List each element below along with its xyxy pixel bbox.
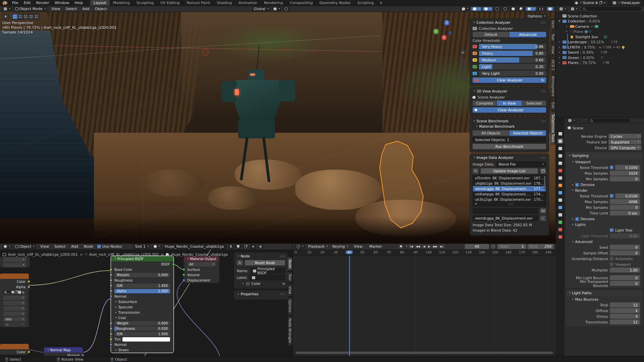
panel-header[interactable]: ▾Node <box>234 252 288 259</box>
properties-tab[interactable] <box>557 183 563 188</box>
multiplier-field[interactable]: 1.00 <box>610 267 640 273</box>
resize-grip-icon[interactable] <box>508 203 514 205</box>
expand-icon[interactable]: ▸ <box>565 25 569 28</box>
glossy-bounces-field[interactable]: 4 <box>610 314 640 319</box>
shading-rendered-button[interactable]: ▾ <box>526 7 536 11</box>
drag-grip-icon[interactable] <box>541 90 546 93</box>
shader-menu[interactable]: Node <box>81 244 96 249</box>
tint-color-swatch[interactable] <box>122 337 170 342</box>
drag-grip-icon[interactable] <box>280 293 285 295</box>
sort-alpha-button[interactable]: Az <box>540 208 546 214</box>
volume-socket[interactable] <box>182 274 185 276</box>
unlink-button[interactable]: × <box>250 244 256 249</box>
properties-tab[interactable] <box>557 205 563 210</box>
image-file-row[interactable]: ullqbb1ga_8K_Displacement.exr 178... <box>473 181 546 186</box>
workspace-tab[interactable]: Animation <box>235 0 261 6</box>
viewport-menu[interactable]: View <box>49 6 63 11</box>
sidebar-tab[interactable]: View <box>551 44 555 56</box>
render-noise-field[interactable]: 0.0100 <box>615 193 640 198</box>
shading-wireframe-button[interactable] <box>502 7 508 11</box>
transmission-bounces-field[interactable]: 12 <box>610 319 640 324</box>
outliner-row[interactable]: ▸ Ocean|0.02% ▽ <box>558 55 644 60</box>
list-filter-input[interactable] <box>473 208 538 214</box>
shading-solid-button[interactable] <box>510 7 517 11</box>
node-header[interactable]: ▾Material Output <box>184 256 219 261</box>
view-analyzer-tab[interactable]: Complete <box>473 101 497 106</box>
properties-tab[interactable] <box>557 153 563 158</box>
workspace-tab[interactable]: Modeling <box>110 0 133 6</box>
render-sampling-header[interactable]: ▾Render <box>566 187 643 193</box>
mode-dropdown[interactable]: Object Mode▾ <box>13 6 48 11</box>
sidebar-tab[interactable]: Options <box>288 297 292 315</box>
select-circle-tool[interactable] <box>18 14 23 19</box>
topbar-menu[interactable]: File <box>9 0 21 5</box>
shader-menu[interactable]: View <box>38 244 52 249</box>
view-menu[interactable]: View <box>351 244 365 249</box>
output-target-dropdown[interactable]: All▾ <box>187 262 216 266</box>
topbar-menu[interactable]: Render <box>34 0 52 5</box>
drag-grip-icon[interactable] <box>541 157 546 159</box>
node-name-field[interactable]: Principled BSDF <box>251 268 285 274</box>
max-bounces-header[interactable]: ▾Max Bounces <box>566 296 643 302</box>
threshold-slider[interactable]: Heavy 0.80 <box>479 51 546 56</box>
options-dropdown[interactable]: Options▾ <box>525 13 548 19</box>
list-scrollbar[interactable] <box>544 176 545 189</box>
sidebar-tab[interactable]: Edit <box>551 100 555 111</box>
node-color-checkbox[interactable] <box>246 282 250 286</box>
properties-tab[interactable] <box>557 220 563 225</box>
view-analyzer-tab[interactable]: Selected <box>522 101 546 106</box>
timeline[interactable]: ▾ Playback▾ Keying▾ View Marker ● ▾ |◀◀◀… <box>292 243 556 356</box>
transport-button[interactable]: ▶ <box>427 245 431 248</box>
shading-material-button[interactable] <box>518 7 525 11</box>
transport-button[interactable]: ◀ <box>422 245 426 248</box>
roughness-socket[interactable] <box>110 279 112 282</box>
transport-button[interactable]: ◀◀ <box>415 245 421 248</box>
panel-header[interactable]: ▾ Image Data Analyzer <box>470 154 549 161</box>
noise-threshold-checkbox[interactable]: ✓ <box>610 166 613 169</box>
select-extend-tool[interactable] <box>34 14 39 19</box>
noise-threshold-checkbox[interactable]: ✓ <box>610 194 613 198</box>
properties-tab[interactable] <box>557 161 563 166</box>
expand-icon[interactable]: ▸ <box>558 56 561 59</box>
new-material-button[interactable] <box>243 245 249 248</box>
info-button[interactable]: i <box>540 216 546 221</box>
normal-socket[interactable] <box>110 295 112 298</box>
sampling-header[interactable]: ▾Sampling <box>566 152 643 159</box>
image-source-dropdown[interactable]: Blend File▾ <box>496 162 546 167</box>
topbar-menu[interactable]: Window <box>52 0 72 5</box>
navigation-gizmo[interactable]: Z Y X <box>431 20 455 45</box>
editor-type-button[interactable]: ▾ <box>2 7 12 11</box>
properties-tab[interactable] <box>557 146 563 151</box>
outliner-row[interactable]: ▸ Plants|79.72% ▽46 <box>558 60 644 66</box>
coat-weight-socket[interactable] <box>110 322 112 324</box>
pan-hand-icon[interactable] <box>460 58 466 63</box>
panel-header[interactable]: ▸Properties <box>234 290 288 297</box>
shader-editor[interactable]: ▾ Object▾ ViewSelectAddNode ✓ Use Nodes … <box>0 243 292 356</box>
noise-threshold-field[interactable]: 0.1000 <box>615 165 640 170</box>
transport-button[interactable]: ▶▶ <box>432 245 438 248</box>
material-output-node[interactable]: ▾Material Output All▾ Surface Volume Dis… <box>184 256 219 283</box>
select-lasso-tool[interactable] <box>23 14 28 19</box>
gizmo-x-axis[interactable]: X <box>441 35 447 40</box>
select-box-tool[interactable] <box>12 14 17 19</box>
sidebar-tab[interactable]: Item <box>551 18 555 31</box>
properties-tab[interactable] <box>557 168 563 173</box>
use-nodes-checkbox[interactable]: ✓ <box>97 245 101 248</box>
analyzer-toggle-button[interactable] <box>547 7 553 11</box>
panel-header[interactable]: ▾ Collection Analyzer <box>470 19 549 26</box>
material-benchmark-header[interactable]: ▾ Material Benchmark <box>470 124 549 130</box>
record-button[interactable]: ● <box>398 244 404 249</box>
gizmos-dropdown[interactable]: ▾ <box>471 7 481 11</box>
workspace-tab[interactable]: Sculpting <box>133 0 157 6</box>
transport-button[interactable]: |◀ <box>409 245 414 248</box>
render-denoise-header[interactable]: ▸✓Denoise <box>566 216 643 222</box>
surface-socket[interactable] <box>182 268 185 271</box>
workspace-tab[interactable]: Shading <box>214 0 235 6</box>
material-name-field[interactable]: Huge_Nordic_Coastal_ullqbb1ga <box>163 244 227 249</box>
viewport-canvas[interactable]: User Perspective (40) Plants | 79.72% | … <box>0 12 555 243</box>
refresh-list-button[interactable]: ↻ <box>473 168 479 174</box>
fake-user-button[interactable] <box>235 245 241 248</box>
threshold-slider[interactable]: Light 0.20 <box>479 64 546 69</box>
outliner-search-input[interactable] <box>580 6 642 11</box>
snap-dropdown[interactable]: ▾ <box>272 7 282 11</box>
